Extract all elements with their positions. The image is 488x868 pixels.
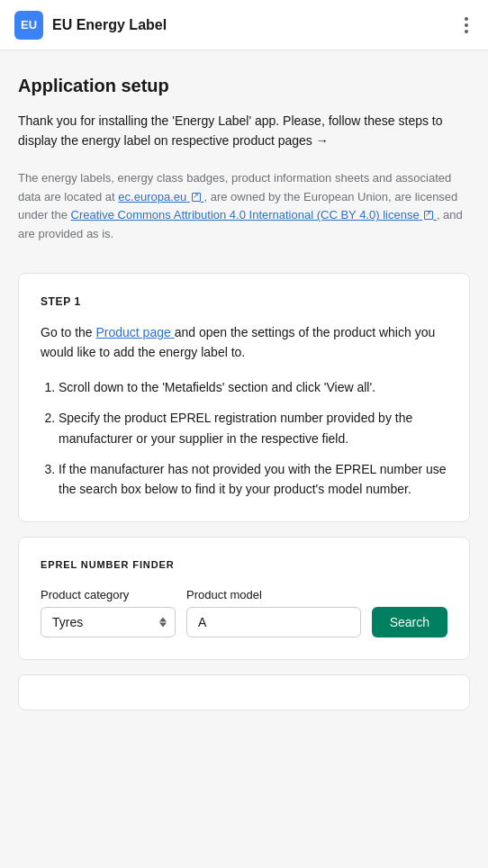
- category-field: Product category Tyres Refrigerators Was…: [41, 588, 176, 637]
- more-options-button[interactable]: [459, 12, 474, 39]
- dot-icon: [465, 30, 468, 33]
- app-header: EU EU Energy Label: [0, 0, 488, 50]
- list-item: Specify the product EPREL registration n…: [59, 408, 447, 448]
- category-select[interactable]: Tyres Refrigerators Washing machines Dis…: [41, 607, 176, 637]
- model-input[interactable]: [186, 607, 361, 637]
- next-section-preview: [18, 674, 470, 710]
- dot-icon: [465, 23, 468, 27]
- ec-europa-link[interactable]: ec.europa.eu: [118, 190, 203, 203]
- model-field: Product model: [186, 588, 361, 637]
- step1-description: Go to the Product page and open the sett…: [41, 322, 447, 363]
- app-title: EU Energy Label: [52, 17, 167, 33]
- product-page-link[interactable]: Product page: [95, 325, 174, 339]
- step1-card: STEP 1 Go to the Product page and open t…: [18, 273, 470, 522]
- list-item: Scroll down to the 'Metafields' section …: [59, 377, 447, 397]
- intro-text: Thank you for installing the 'Energy Lab…: [18, 111, 470, 151]
- main-content: Application setup Thank you for installi…: [0, 50, 488, 736]
- external-link-icon: [424, 211, 433, 220]
- list-item: If the manufacturer has not provided you…: [59, 459, 447, 500]
- eprel-finder-title: EPREL NUMBER FINDER: [41, 559, 447, 570]
- step1-label: STEP 1: [41, 295, 447, 308]
- model-label: Product model: [186, 588, 361, 601]
- dot-icon: [465, 17, 468, 21]
- category-select-wrapper: Tyres Refrigerators Washing machines Dis…: [41, 607, 176, 637]
- page-title: Application setup: [18, 76, 470, 96]
- legal-text: The energy labels, energy class badges, …: [18, 169, 470, 244]
- category-label: Product category: [41, 588, 176, 601]
- eprel-finder-card: EPREL NUMBER FINDER Product category Tyr…: [18, 537, 470, 660]
- finder-form-row: Product category Tyres Refrigerators Was…: [41, 588, 447, 637]
- step1-list: Scroll down to the 'Metafields' section …: [41, 377, 447, 500]
- cc-license-link[interactable]: Creative Commons Attribution 4.0 Interna…: [71, 208, 437, 222]
- search-button[interactable]: Search: [372, 607, 447, 637]
- external-link-icon: [192, 193, 201, 202]
- app-icon: EU: [14, 11, 43, 40]
- header-left: EU EU Energy Label: [14, 11, 167, 40]
